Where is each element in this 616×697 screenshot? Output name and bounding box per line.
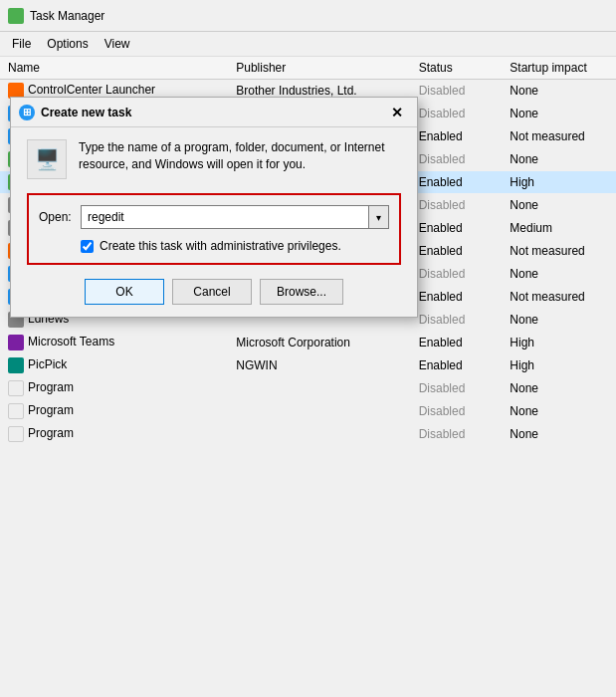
- browse-button[interactable]: Browse...: [260, 279, 343, 305]
- taskmanager-icon: [8, 8, 24, 24]
- menu-file[interactable]: File: [4, 34, 39, 54]
- open-input[interactable]: [82, 208, 368, 226]
- admin-privileges-checkbox[interactable]: [81, 240, 94, 253]
- checkbox-row: Create this task with administrative pri…: [39, 239, 389, 253]
- tm-content: Name Publisher Status Startup impact Con…: [0, 57, 616, 697]
- dialog-title-bar: ⊞ Create new task ✕: [11, 98, 417, 127]
- open-row: Open: ▾: [39, 205, 389, 229]
- open-label: Open:: [39, 210, 81, 224]
- dialog-desc-icon: 🖥️: [27, 139, 67, 179]
- dialog-description-text: Type the name of a program, folder, docu…: [79, 139, 401, 173]
- dialog-title-text: Create new task: [41, 106, 131, 119]
- cancel-button[interactable]: Cancel: [172, 279, 252, 305]
- dialog-close-button[interactable]: ✕: [385, 101, 409, 124]
- dialog-description: 🖥️ Type the name of a program, folder, d…: [27, 139, 401, 179]
- dialog-input-box: Open: ▾ Create this task with administra…: [27, 193, 401, 265]
- menu-options[interactable]: Options: [39, 34, 96, 54]
- menu-view[interactable]: View: [97, 34, 138, 54]
- menu-bar: File Options View: [0, 32, 616, 57]
- ok-button[interactable]: OK: [85, 279, 164, 305]
- dialog-buttons: OK Cancel Browse...: [27, 279, 401, 305]
- dialog-overlay: ⊞ Create new task ✕ 🖥️ Type the name of …: [0, 57, 616, 697]
- taskmanager-window: Task Manager File Options View Name Publ…: [0, 0, 616, 697]
- window-title: Task Manager: [30, 9, 104, 23]
- admin-privileges-label[interactable]: Create this task with administrative pri…: [100, 239, 341, 253]
- dialog-title-icon: ⊞: [19, 105, 35, 120]
- open-input-wrapper: ▾: [81, 205, 389, 229]
- dropdown-button[interactable]: ▾: [368, 206, 388, 228]
- dialog-body: 🖥️ Type the name of a program, folder, d…: [11, 127, 417, 317]
- title-bar: Task Manager: [0, 0, 616, 32]
- create-task-dialog: ⊞ Create new task ✕ 🖥️ Type the name of …: [10, 97, 418, 318]
